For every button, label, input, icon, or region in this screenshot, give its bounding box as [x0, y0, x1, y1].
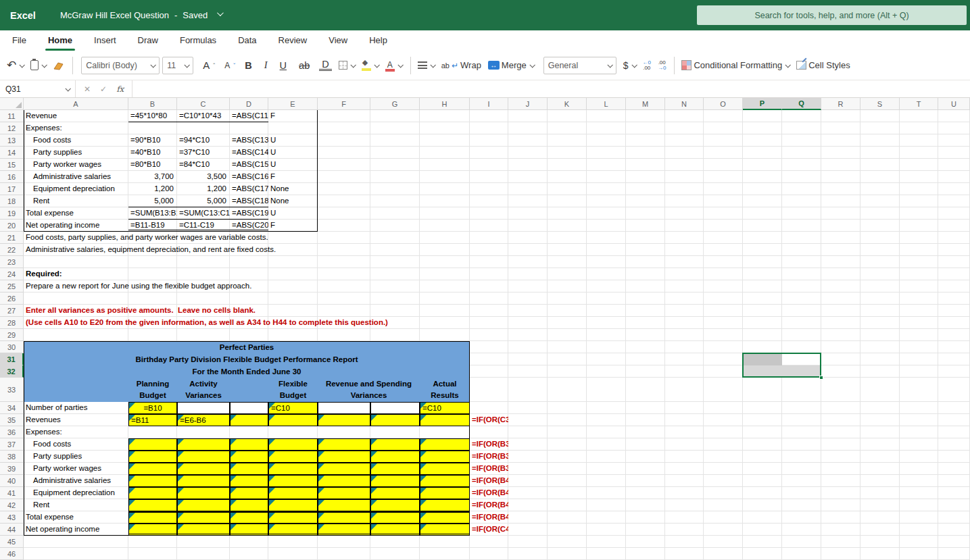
- cell-E39[interactable]: [268, 463, 318, 475]
- row-header-16[interactable]: 16: [0, 171, 24, 183]
- paste-button[interactable]: [30, 60, 46, 70]
- cell-styles-button[interactable]: Cell Styles: [796, 60, 850, 70]
- row-header-46[interactable]: 46: [0, 548, 24, 560]
- cell-D20[interactable]: =ABS(C20-: [230, 220, 268, 232]
- column-header-H[interactable]: H: [420, 98, 470, 110]
- selection-box[interactable]: [742, 353, 821, 378]
- row-header-23[interactable]: 23: [0, 256, 24, 268]
- cell-I40[interactable]: =IF(OR(B4: [470, 475, 508, 487]
- cell-B17[interactable]: 1,200: [128, 183, 177, 195]
- cell-I35[interactable]: =IF(OR(C3: [470, 414, 508, 426]
- row-header-22[interactable]: 22: [0, 244, 24, 256]
- cell-G34[interactable]: [370, 402, 420, 414]
- row-header-13[interactable]: 13: [0, 134, 24, 147]
- conditional-formatting-button[interactable]: Conditional Formatting: [681, 60, 790, 70]
- cell-A41[interactable]: Equipment depreciation: [24, 487, 128, 499]
- row-header-19[interactable]: 19: [0, 207, 24, 220]
- tab-help[interactable]: Help: [369, 31, 387, 51]
- number-format-select[interactable]: General: [543, 57, 616, 74]
- cell-H35[interactable]: [420, 414, 470, 426]
- cell-A19[interactable]: Total expense: [24, 207, 128, 220]
- cell-B11[interactable]: =45*10*80: [128, 110, 177, 122]
- search-input[interactable]: Search for tools, help, and more (Alt + …: [697, 5, 967, 25]
- row-header-34[interactable]: 34: [0, 402, 24, 414]
- paste-chevron-icon[interactable]: [42, 62, 47, 68]
- cell-C42[interactable]: [177, 499, 230, 511]
- row-header-24[interactable]: 24: [0, 268, 24, 280]
- cell-E17[interactable]: None: [268, 183, 318, 195]
- tab-view[interactable]: View: [329, 31, 347, 51]
- cell-B44[interactable]: [128, 524, 177, 536]
- cell-C13[interactable]: =94*C10: [177, 134, 230, 147]
- cell-C11[interactable]: =C10*10*43: [177, 110, 230, 122]
- column-header-A[interactable]: A: [24, 98, 128, 110]
- cell-E44[interactable]: [268, 524, 318, 536]
- shrink-font-button[interactable]: Aˇ: [222, 61, 235, 70]
- double-underline-button[interactable]: D: [319, 59, 331, 72]
- cell-H38[interactable]: [420, 451, 470, 463]
- cell-E11[interactable]: F: [268, 110, 318, 122]
- column-header-I[interactable]: I: [470, 98, 508, 110]
- cell-A36[interactable]: Expenses:: [24, 426, 128, 438]
- tab-file[interactable]: File: [12, 31, 26, 51]
- cell-B19[interactable]: =SUM(B13:B1: [128, 207, 177, 220]
- cell-G44[interactable]: [370, 524, 420, 536]
- cell-F41[interactable]: [318, 487, 370, 499]
- font-name-select[interactable]: Calibri (Body): [81, 57, 160, 74]
- decrease-decimal-button[interactable]: .00→0: [658, 60, 666, 71]
- cell-B42[interactable]: [128, 499, 177, 511]
- align-chevron-icon[interactable]: [430, 62, 435, 68]
- cell-D40[interactable]: [230, 475, 268, 487]
- column-header-M[interactable]: M: [626, 98, 665, 110]
- cell-D18[interactable]: =ABS(C18-: [230, 195, 268, 207]
- grow-font-button[interactable]: Aˆ: [200, 59, 215, 71]
- title-chevron-icon[interactable]: [217, 9, 224, 16]
- cell-H42[interactable]: [420, 499, 470, 511]
- column-header-N[interactable]: N: [665, 98, 704, 110]
- cell-F43[interactable]: [318, 511, 370, 524]
- cell-C20[interactable]: =C11-C19: [177, 220, 230, 232]
- cell-A20[interactable]: Net operating income: [24, 220, 128, 232]
- undo-button[interactable]: ↶: [7, 58, 24, 72]
- row-header-27[interactable]: 27: [0, 305, 24, 317]
- cell-D11[interactable]: =ABS(C11-: [230, 110, 268, 122]
- cell-G35[interactable]: [370, 414, 420, 426]
- column-header-E[interactable]: E: [268, 98, 318, 110]
- column-header-D[interactable]: D: [230, 98, 268, 110]
- column-header-R[interactable]: R: [821, 98, 860, 110]
- cell-A21[interactable]: Food costs, party supplies, and party wo…: [24, 232, 497, 244]
- cell-A42[interactable]: Rent: [24, 499, 128, 511]
- cell-D19[interactable]: =ABS(C19-: [230, 207, 268, 220]
- cell-E43[interactable]: [268, 511, 318, 524]
- tab-insert[interactable]: Insert: [94, 31, 116, 51]
- cell-F44[interactable]: [318, 524, 370, 536]
- cell-D41[interactable]: [230, 487, 268, 499]
- column-header-L[interactable]: L: [587, 98, 626, 110]
- cell-A25[interactable]: Prepare a new report for June using the …: [24, 280, 497, 292]
- cell-B37[interactable]: [128, 438, 177, 451]
- cell-I39[interactable]: =IF(OR(B3: [470, 463, 508, 475]
- undo-chevron-icon[interactable]: [20, 62, 25, 68]
- cell-E38[interactable]: [268, 451, 318, 463]
- cell-B13[interactable]: =90*B10: [128, 134, 177, 147]
- cell-F37[interactable]: [318, 438, 370, 451]
- cell-D34[interactable]: [230, 402, 268, 414]
- cancel-icon[interactable]: ✕: [84, 84, 91, 94]
- cell-C19[interactable]: =SUM(C13:C1: [177, 207, 230, 220]
- row-header-36[interactable]: 36: [0, 426, 24, 438]
- cell-A13[interactable]: Food costs: [24, 134, 128, 147]
- cell-E19[interactable]: U: [268, 207, 318, 220]
- cell-B43[interactable]: [128, 511, 177, 524]
- cell-D35[interactable]: [230, 414, 268, 426]
- row-header-37[interactable]: 37: [0, 438, 24, 451]
- document-title[interactable]: McGraw Hill Excel Question: [60, 10, 169, 20]
- cell-D43[interactable]: [230, 511, 268, 524]
- tab-data[interactable]: Data: [238, 31, 256, 51]
- column-header-T[interactable]: T: [900, 98, 938, 110]
- row-header-39[interactable]: 39: [0, 463, 24, 475]
- row-header-11[interactable]: 11: [0, 110, 24, 122]
- cell-G40[interactable]: [370, 475, 420, 487]
- fill-color-chevron-icon[interactable]: [374, 62, 379, 68]
- cell-E40[interactable]: [268, 475, 318, 487]
- cell-E34[interactable]: =C10: [268, 402, 318, 414]
